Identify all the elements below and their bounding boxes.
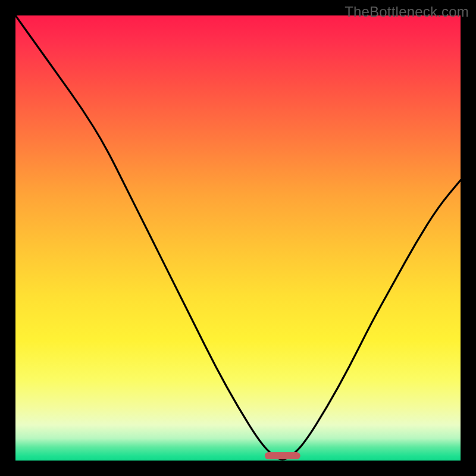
bottleneck-curve <box>15 15 461 459</box>
chart-frame: TheBottleneck.com <box>0 0 476 476</box>
floor-marker <box>265 452 300 459</box>
watermark-text: TheBottleneck.com <box>345 4 469 20</box>
plot-area <box>15 15 461 461</box>
curve-layer <box>15 15 461 461</box>
